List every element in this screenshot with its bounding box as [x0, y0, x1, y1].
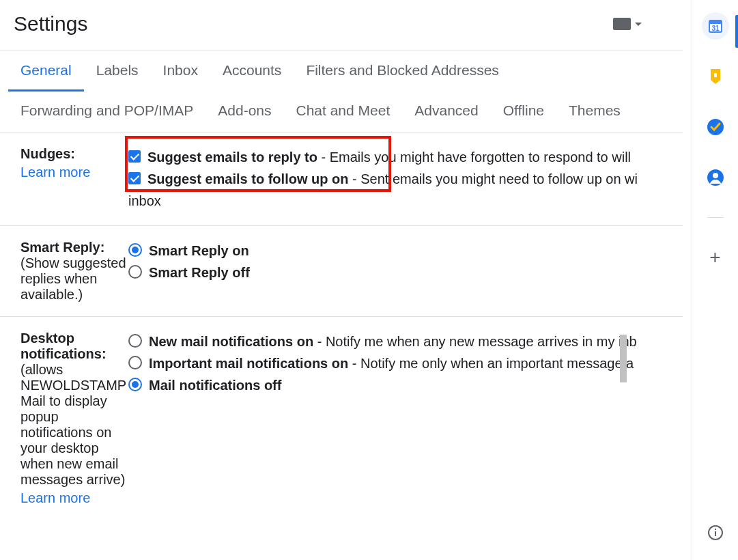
- tab-filters[interactable]: Filters and Blocked Addresses: [294, 51, 511, 92]
- svg-rect-1: [709, 20, 722, 24]
- radio-new-mail-on[interactable]: [128, 334, 142, 348]
- keep-icon[interactable]: [702, 63, 729, 90]
- smart-reply-desc: (Show suggested replies when available.): [20, 255, 126, 302]
- tab-chat-meet[interactable]: Chat and Meet: [284, 92, 403, 132]
- svg-point-6: [713, 173, 718, 178]
- notif-opt2-desc: - Notify me only when an important messa…: [348, 356, 634, 371]
- tasks-icon[interactable]: [702, 113, 729, 141]
- radio-important-mail-on[interactable]: [128, 356, 142, 369]
- tab-inbox[interactable]: Inbox: [151, 51, 210, 92]
- nudges-trail: inbox: [128, 190, 161, 212]
- smart-reply-on-label: Smart Reply on: [149, 243, 249, 258]
- notif-opt1-desc: - Notify me when any new message arrives…: [313, 334, 637, 349]
- section-desktop-notifications: Desktop notifications: (allows NEWOLDSTA…: [0, 317, 683, 520]
- nudges-opt1-label: Suggest emails to reply to: [147, 150, 317, 165]
- notif-opt2-label: Important mail notifications on: [149, 356, 348, 371]
- nudges-title: Nudges:: [20, 146, 75, 161]
- contacts-icon[interactable]: [702, 164, 729, 191]
- tab-labels[interactable]: Labels: [84, 51, 151, 92]
- side-divider: [707, 217, 724, 218]
- nudges-learn-more[interactable]: Learn more: [20, 165, 128, 180]
- svg-rect-3: [714, 73, 717, 77]
- section-smart-reply: Smart Reply: (Show suggested replies whe…: [0, 226, 683, 317]
- info-icon[interactable]: [702, 519, 729, 546]
- nudges-opt2-label: Suggest emails to follow up on: [147, 171, 348, 186]
- settings-header: Settings: [0, 0, 683, 51]
- svg-rect-9: [715, 529, 716, 530]
- tab-offline[interactable]: Offline: [491, 92, 556, 132]
- nudges-opt1-desc: - Emails you might have forgotten to res…: [317, 150, 631, 165]
- svg-text:31: 31: [711, 25, 720, 32]
- chevron-down-icon[interactable]: [635, 23, 642, 26]
- tab-accounts[interactable]: Accounts: [210, 51, 294, 92]
- radio-mail-off[interactable]: [128, 378, 142, 391]
- scrollbar-thumb[interactable]: [620, 335, 627, 382]
- smart-reply-title: Smart Reply:: [20, 240, 104, 255]
- tab-advanced[interactable]: Advanced: [402, 92, 490, 132]
- tab-forwarding[interactable]: Forwarding and POP/IMAP: [8, 92, 205, 132]
- radio-smart-reply-off[interactable]: [128, 265, 142, 279]
- notif-learn-more[interactable]: Learn more: [20, 490, 128, 506]
- smart-reply-off-label: Smart Reply off: [149, 265, 250, 280]
- tab-addons[interactable]: Add-ons: [205, 92, 283, 132]
- tab-general[interactable]: General: [8, 51, 84, 92]
- checkbox-suggest-followup[interactable]: [128, 172, 141, 184]
- side-active-marker: [735, 15, 738, 48]
- notif-opt1-label: New mail notifications on: [149, 334, 313, 349]
- notif-desc: (allows NEWOLDSTAMP Mail to display popu…: [20, 362, 126, 487]
- checkbox-suggest-reply[interactable]: [128, 150, 141, 163]
- notif-title: Desktop notifications:: [20, 331, 107, 361]
- nudges-opt2-desc: - Sent emails you might need to follow u…: [348, 171, 638, 186]
- keyboard-icon[interactable]: [613, 18, 631, 30]
- page-title: Settings: [14, 12, 87, 36]
- plus-icon: +: [709, 247, 720, 268]
- section-nudges: Nudges: Learn more Suggest emails to rep…: [0, 132, 683, 226]
- add-app-button[interactable]: +: [702, 244, 729, 271]
- side-panel: 31 +: [692, 0, 738, 560]
- settings-tabs: General Labels Inbox Accounts Filters an…: [0, 51, 683, 132]
- tab-themes[interactable]: Themes: [556, 92, 633, 132]
- svg-rect-8: [715, 531, 716, 536]
- notif-opt3-label: Mail notifications off: [149, 378, 281, 393]
- calendar-icon[interactable]: 31: [702, 12, 729, 40]
- radio-smart-reply-on[interactable]: [128, 243, 142, 257]
